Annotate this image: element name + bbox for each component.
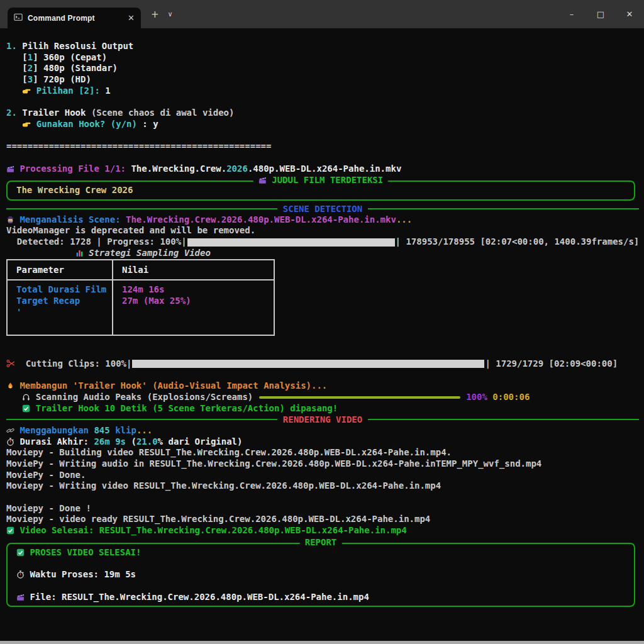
clapperboard-icon <box>6 164 14 174</box>
section-rule: SCENE DETECTION <box>6 203 639 214</box>
text-segment: (Scene chaos di awal video) <box>91 108 235 118</box>
text-segment: Menggabungkan <box>14 425 94 435</box>
cmd-prompt-icon <box>14 13 23 23</box>
text-segment: [ <box>6 74 28 84</box>
blank-line <box>6 336 644 347</box>
text-segment: Membangun 'Trailer Hook' (Audio-Visual I… <box>14 380 327 391</box>
panel-title-text: JUDUL FILM TERDETEKSI <box>272 175 383 185</box>
text-segment: Durasi Akhir: <box>14 436 94 447</box>
text-segment: The.Wrecking.Crew.2026.480p.WEB-DL.x264-… <box>126 214 396 225</box>
text-segment <box>6 119 22 129</box>
text-segment: 21.0 <box>136 436 158 447</box>
progress-bar <box>187 238 395 247</box>
text-segment: ========================================… <box>6 141 271 151</box>
section-title: SCENE DETECTION <box>277 204 368 214</box>
text-segment: Moviepy - Done ! <box>6 503 91 513</box>
scissors-icon <box>6 358 15 369</box>
terminal-line: Moviepy - Writing video RESULT_The.Wreck… <box>6 480 644 492</box>
clapperboard-icon <box>16 592 25 602</box>
terminal-line: Processing File 1/1: The.Wrecking.Crew.2… <box>6 164 644 175</box>
panel-box: JUDUL FILM TERDETEKSIThe Wrecking Crew 2… <box>6 180 635 201</box>
text-segment: MoviePy - Writing audio in RESULT_The.Wr… <box>6 458 541 469</box>
text-segment: 26m 9s <box>94 436 126 447</box>
check-icon <box>16 547 25 557</box>
text-segment: | 178953/178955 [02:07<00:00, 1400.39fra… <box>396 236 640 247</box>
panel-line: The Wrecking Crew 2026 <box>16 185 634 196</box>
stopwatch-icon <box>16 569 25 579</box>
table-cell: 124m 16s <box>122 284 191 295</box>
minimize-button[interactable]: – <box>557 0 586 28</box>
text-segment: 2. <box>6 108 22 118</box>
link-icon <box>6 425 14 435</box>
text-segment: ] 720p (HD) <box>33 74 91 84</box>
text-segment: VideoManager is deprecated and will be r… <box>6 225 255 235</box>
tab-title: Command Prompt <box>28 14 95 23</box>
text-segment: 2 <box>28 63 33 73</box>
text-segment: Detected: 1728 | Progress: 100%| <box>6 236 187 247</box>
text-segment: Cutting Clips: 100%| <box>15 358 131 369</box>
text-segment: Pilihan [2]: <box>31 86 105 96</box>
text-segment: 100% <box>466 392 487 402</box>
rule-line <box>368 208 639 209</box>
terminal-line: ========================================… <box>6 141 644 152</box>
text-segment <box>6 392 22 402</box>
new-tab-button[interactable]: + <box>151 9 159 20</box>
section-title: RENDERING VIDEO <box>277 414 368 425</box>
terminal-line: Moviepy - video ready RESULT_The.Wreckin… <box>6 514 644 525</box>
tab-close-button[interactable]: ✕ <box>128 13 135 23</box>
text-segment <box>6 403 22 413</box>
progress-bar <box>132 360 484 368</box>
table-column-value: 124m 16s27m (Max 25%) <box>113 280 191 335</box>
blank-line <box>6 492 644 503</box>
text-segment: Moviepy - Writing video RESULT_The.Wreck… <box>6 480 441 491</box>
terminal-line: 1. Pilih Resolusi Output <box>6 41 644 52</box>
terminal-line: Video Selesai: RESULT_The.Wrecking.Crew.… <box>6 525 644 536</box>
text-segment: Processing File 1/1: <box>14 164 131 174</box>
panel-title: JUDUL FILM TERDETEKSI <box>253 175 388 185</box>
pointing-hand-icon <box>22 119 31 129</box>
stopwatch-icon <box>6 436 14 447</box>
blank-line <box>6 369 644 380</box>
terminal-output[interactable]: 1. Pilih Resolusi Output [1] 360p (Cepat… <box>0 28 644 607</box>
text-segment: 845 <box>94 425 109 435</box>
terminal-line: Pilihan [2]: 1 <box>6 86 644 97</box>
clapperboard-icon <box>258 175 267 185</box>
blank-line <box>6 130 644 142</box>
terminal-line: [1] 360p (Cepat) <box>6 52 644 64</box>
panel-line <box>16 558 634 569</box>
text-segment: Video Selesai: RESULT_The.Wrecking.Crew.… <box>14 525 407 535</box>
maximize-button[interactable]: □ <box>586 0 615 28</box>
table-cell: Target Recap <box>16 295 112 306</box>
terminal-line: Trailer Hook 10 Detik (5 Scene Terkeras/… <box>6 403 644 414</box>
progress-bar <box>259 396 460 399</box>
titlebar: Command Prompt ✕ + ∨ – □ ✕ <box>0 0 644 28</box>
terminal-line: Moviepy - Building video RESULT_The.Wrec… <box>6 447 644 458</box>
table-header-row: ParameterNilai <box>8 260 274 280</box>
text-segment: Scanning Audio Peaks (Explosions/Screams… <box>30 392 258 402</box>
terminal-line: MoviePy - Done. <box>6 470 644 481</box>
flame-icon <box>6 380 14 391</box>
terminal-line: 2. Trailer Hook (Scene chaos di awal vid… <box>6 108 644 119</box>
parameters-table: ParameterNilaiTotal Durasi FilmTarget Re… <box>6 259 275 336</box>
close-button[interactable]: ✕ <box>615 0 644 28</box>
tab-dropdown-button[interactable]: ∨ <box>168 10 173 18</box>
detective-icon <box>6 214 14 225</box>
terminal-line: MoviePy - Writing audio in RESULT_The.Wr… <box>6 458 644 470</box>
terminal-line: VideoManager is deprecated and will be r… <box>6 225 644 236</box>
tab-command-prompt[interactable]: Command Prompt ✕ <box>8 8 141 28</box>
rule-line <box>368 419 639 420</box>
panel-title: REPORT <box>300 537 342 547</box>
window-controls: – □ ✕ <box>557 0 644 28</box>
table-cell: Total Durasi Film <box>16 284 112 295</box>
terminal-line: Menganalisis Scene: The.Wrecking.Crew.20… <box>6 214 644 226</box>
text-segment: | 1729/1729 [02:09<00:00] <box>485 358 618 369</box>
text-segment: Menganalisis Scene: <box>14 214 126 225</box>
text-segment: .480p.WEB-DL.x264-Pahe.in.mkv <box>248 164 401 174</box>
terminal-line: Gunakan Hook? (y/n) : y <box>6 119 644 130</box>
text-segment: ( <box>126 436 136 447</box>
text-segment: : y <box>137 119 158 129</box>
text-segment: Waktu Proses: 19m 5s <box>25 569 136 579</box>
text-segment: 1 <box>105 86 110 96</box>
panel-line: Waktu Proses: 19m 5s <box>16 569 634 580</box>
text-segment: Moviepy - Building video RESULT_The.Wrec… <box>6 447 452 457</box>
